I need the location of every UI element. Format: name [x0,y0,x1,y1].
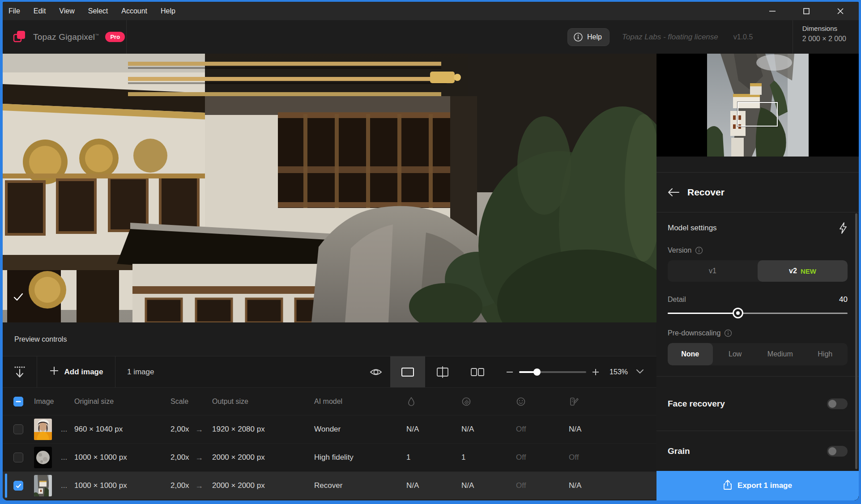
title-bar: File Edit View Select Account Help [3,2,859,20]
row-thumbnail-monastery [34,475,52,496]
face-recovery-section: Face recovery [656,377,859,431]
table-row[interactable]: ... 960 × 1040 px 2,00x → 1920 × 2080 px… [3,415,656,443]
panel-header: Recover [656,173,859,212]
pre-downscaling-high[interactable]: High [803,343,848,365]
window-controls [766,4,859,18]
grain-label: Grain [668,446,690,456]
app-header: Topaz Gigapixel™ Pro Help Topaz Labs - f… [3,20,859,54]
row-checkbox[interactable] [13,424,23,434]
zoom-out-button[interactable] [506,368,514,376]
back-arrow-button[interactable] [668,188,679,197]
zoom-level[interactable]: 153% [610,368,628,376]
preview-controls-label: Preview controls [14,335,67,343]
header-divider [126,20,127,54]
filename-ellipsis: ... [61,481,74,490]
version-segmented-control: v1 v2 NEW [668,260,848,282]
zoom-in-button[interactable] [592,368,600,376]
export-button[interactable]: Export 1 image [656,471,859,500]
col-header-ai-model: AI model [314,398,406,406]
version-label: Version [668,246,691,254]
app-version: v1.0.5 [733,33,753,41]
menu-account[interactable]: Account [121,7,147,15]
col-header-output-size: Output size [212,398,314,406]
version-option-v2[interactable]: v2 NEW [758,260,848,282]
collapse-panel-button[interactable] [3,356,37,387]
dimensions-label: Dimensions [802,25,846,32]
minimize-button[interactable] [766,4,779,18]
denoise-value: N/A [406,481,461,490]
pre-downscaling-segmented-control: None Low Medium High [668,343,848,365]
zoom-controls: 153% [506,368,656,376]
navigator-thumbnail[interactable] [707,54,809,157]
table-row-selected[interactable]: ... 1000 × 1000 px 2,00x → 2000 × 2000 p… [3,471,656,500]
table-row[interactable]: ... 1000 × 1000 px 2,00x → 2000 × 2000 p… [3,443,656,471]
close-button[interactable] [834,4,847,18]
grain-toggle[interactable] [827,446,848,457]
detail-slider-knob[interactable] [734,309,742,317]
detail-slider[interactable] [668,309,848,317]
pre-downscaling-none[interactable]: None [668,343,713,365]
texture-value: 1 [461,453,516,462]
chevron-down-icon[interactable] [636,368,644,376]
scale-value[interactable]: 2,00x [170,453,195,462]
menu-help[interactable]: Help [161,7,175,15]
denoise-value: 1 [406,453,461,462]
scale-arrow-icon: → [195,453,212,462]
color-value: N/A [569,425,631,434]
zoom-slider-knob[interactable] [533,368,541,376]
ai-model[interactable]: Wonder [314,425,406,434]
color-value: Off [569,453,631,462]
detail-slider-fill [668,313,738,314]
split-view-button[interactable] [425,356,460,387]
pre-downscaling-low[interactable]: Low [713,343,758,365]
panel-scrollbar[interactable] [855,213,857,469]
pre-downscaling-medium[interactable]: Medium [758,343,803,365]
bottom-toolbar: Add image 1 image [3,356,656,388]
side-by-side-view-button[interactable] [460,356,495,387]
toggle-knob [828,400,836,408]
preview-canvas[interactable] [3,54,656,322]
row-thumbnail-moon [34,447,52,468]
detail-value: 40 [839,295,848,304]
navigator-viewport-rect[interactable] [737,102,778,127]
dimensions-info: Dimensions 2 000 × 2 000 [802,25,846,43]
row-checkbox[interactable] [13,481,23,491]
single-view-button[interactable] [390,356,425,387]
face-recovery-value: Off [516,425,569,434]
denoise-droplet-icon [406,397,461,407]
preview-controls-bar: Preview controls [3,322,656,356]
navigator [656,54,859,157]
scale-value[interactable]: 2,00x [170,481,195,490]
preview-original-button[interactable] [362,356,390,387]
toggle-knob [828,447,836,455]
texture-value: N/A [461,481,516,490]
version-option-v1[interactable]: v1 [668,260,758,282]
menu-file[interactable]: File [9,7,20,15]
lightning-bolt-icon[interactable] [839,222,848,234]
original-size: 960 × 1040 px [74,425,170,434]
maximize-button[interactable] [800,4,813,18]
ai-model[interactable]: Recover [314,481,406,490]
col-header-original-size: Original size [74,398,170,406]
pre-downscaling-label: Pre-downscaling [668,329,720,337]
app-logo: Topaz Gigapixel™ Pro [3,29,126,45]
face-recovery-label: Face recovery [668,399,725,409]
add-image-button[interactable]: Add image [37,356,115,387]
face-recovery-toggle[interactable] [827,398,848,409]
ai-model[interactable]: High fidelity [314,453,406,462]
image-queue-table: Image Original size Scale Output size AI… [3,388,656,500]
selected-row-accent [5,474,7,498]
info-icon[interactable] [724,329,732,337]
menu-view[interactable]: View [59,7,74,15]
filename-ellipsis: ... [61,425,74,434]
help-button[interactable]: Help [567,28,610,46]
select-all-checkbox[interactable] [13,397,23,407]
menu-edit[interactable]: Edit [34,7,46,15]
info-icon[interactable] [695,246,703,254]
scale-value[interactable]: 2,00x [170,425,195,434]
zoom-slider[interactable] [519,371,586,373]
scale-arrow-icon: → [195,425,212,434]
topaz-logo-icon [13,29,27,45]
row-checkbox[interactable] [13,453,23,462]
menu-select[interactable]: Select [88,7,108,15]
